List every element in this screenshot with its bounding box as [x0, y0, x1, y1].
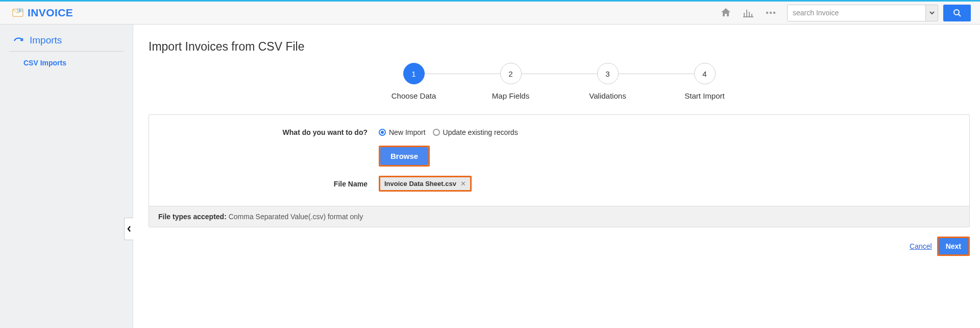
svg-text:$: $: [19, 9, 21, 12]
svg-point-11: [954, 10, 959, 15]
step-circle: 2: [500, 63, 522, 84]
search-icon: [953, 9, 961, 17]
step-connector: [608, 74, 705, 74]
step-connector: [414, 74, 511, 74]
cancel-link[interactable]: Cancel: [910, 242, 932, 250]
form-row-browse: Browse: [159, 146, 959, 167]
panel-footer: File types accepted: Comma Separated Val…: [149, 206, 969, 227]
step-label: Choose Data: [391, 91, 436, 100]
sidebar-header-label: Imports: [30, 35, 62, 46]
radio-dot-icon: [433, 129, 440, 136]
svg-point-10: [773, 12, 775, 14]
search-dropdown-toggle[interactable]: [925, 5, 938, 21]
home-icon[interactable]: [720, 7, 732, 19]
brand-name: INVOICE: [28, 7, 73, 19]
more-options-icon[interactable]: [765, 7, 777, 19]
step-circle: 4: [694, 63, 716, 84]
chevron-left-icon: [127, 225, 132, 232]
brand[interactable]: $ INVOICE: [12, 7, 73, 19]
topbar: $ INVOICE: [0, 0, 980, 25]
redo-arrow-icon: [13, 36, 24, 45]
page-title: Import Invoices from CSV File: [149, 40, 970, 54]
form-row-filename: File Name Invoice Data Sheet.csv ✕: [159, 176, 959, 192]
sidebar-divider: [9, 51, 124, 52]
step-circle: 3: [597, 63, 619, 84]
radio-label: New Import: [389, 128, 426, 136]
radio-new-import[interactable]: New Import: [379, 128, 426, 136]
file-chip: Invoice Data Sheet.csv ✕: [380, 177, 470, 190]
chevron-down-icon: [929, 10, 935, 16]
highlight-next: Next: [937, 237, 970, 256]
step-map-fields[interactable]: 2 Map Fields: [462, 63, 559, 100]
footer-label: File types accepted:: [158, 213, 227, 221]
form-row-choice: What do you want to do? New Import Updat…: [159, 128, 959, 136]
form-control-choice: New Import Update existing records: [379, 128, 518, 136]
highlight-browse: Browse: [379, 146, 430, 167]
svg-line-12: [959, 14, 961, 16]
stepper: 1 Choose Data 2 Map Fields 3 Validations…: [149, 63, 970, 100]
radio-update-existing[interactable]: Update existing records: [433, 128, 518, 136]
form-control-filename: Invoice Data Sheet.csv ✕: [379, 176, 472, 192]
next-button[interactable]: Next: [939, 238, 968, 254]
topbar-right: [720, 5, 971, 21]
sidebar-collapse-handle[interactable]: [124, 218, 133, 240]
form-panel-body: What do you want to do? New Import Updat…: [149, 115, 969, 206]
page: Imports CSV Imports Import Invoices from…: [0, 25, 980, 328]
step-choose-data[interactable]: 1 Choose Data: [365, 63, 462, 100]
sidebar-item-label: CSV Imports: [23, 59, 66, 67]
file-chip-name: Invoice Data Sheet.csv: [384, 180, 456, 188]
form-panel: What do you want to do? New Import Updat…: [149, 114, 970, 227]
search-button[interactable]: [943, 5, 971, 21]
step-circle: 1: [403, 63, 425, 84]
highlight-filename: Invoice Data Sheet.csv ✕: [379, 176, 472, 192]
bar-chart-icon[interactable]: [742, 7, 754, 19]
footer-text: Comma Separated Value(.csv) format only: [227, 213, 363, 221]
step-connector: [511, 74, 608, 74]
step-start-import[interactable]: 4 Start Import: [656, 63, 753, 100]
search-field: [787, 5, 938, 21]
main-content: Import Invoices from CSV File 1 Choose D…: [133, 25, 980, 328]
form-control-browse: Browse: [379, 146, 430, 167]
radio-label: Update existing records: [443, 128, 518, 136]
step-validations[interactable]: 3 Validations: [559, 63, 656, 100]
sidebar: Imports CSV Imports: [0, 25, 133, 328]
radio-dot-icon: [379, 129, 386, 136]
form-actions: Cancel Next: [149, 237, 970, 256]
sidebar-header[interactable]: Imports: [0, 31, 133, 51]
remove-file-icon[interactable]: ✕: [460, 180, 466, 188]
step-label: Validations: [589, 91, 626, 100]
sidebar-item-csv-imports[interactable]: CSV Imports: [0, 55, 133, 71]
svg-point-9: [770, 12, 772, 14]
search-wrap: [787, 5, 971, 21]
search-input[interactable]: [788, 5, 925, 21]
browse-button[interactable]: Browse: [380, 147, 428, 165]
form-label-question: What do you want to do?: [159, 128, 379, 136]
step-label: Start Import: [684, 91, 724, 100]
form-label-filename: File Name: [159, 180, 379, 188]
step-label: Map Fields: [492, 91, 529, 100]
invoice-logo-icon: $: [12, 8, 23, 18]
svg-point-8: [766, 12, 768, 14]
